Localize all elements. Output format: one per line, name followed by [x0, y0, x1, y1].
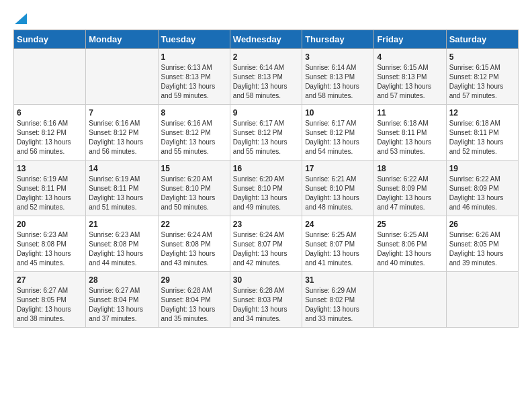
day-number: 8	[161, 108, 227, 118]
day-info: Sunrise: 6:24 AM Sunset: 8:07 PM Dayligh…	[233, 230, 299, 268]
calendar-cell: 18Sunrise: 6:22 AM Sunset: 8:09 PM Dayli…	[374, 161, 446, 216]
day-info: Sunrise: 6:14 AM Sunset: 8:13 PM Dayligh…	[305, 63, 371, 101]
header-row: SundayMondayTuesdayWednesdayThursdayFrid…	[14, 30, 519, 49]
page-header	[13, 13, 519, 23]
day-number: 6	[17, 108, 83, 118]
calendar-cell: 5Sunrise: 6:15 AM Sunset: 8:12 PM Daylig…	[446, 49, 518, 105]
calendar-cell: 14Sunrise: 6:19 AM Sunset: 8:11 PM Dayli…	[86, 161, 158, 216]
day-info: Sunrise: 6:20 AM Sunset: 8:10 PM Dayligh…	[161, 175, 227, 212]
calendar-cell: 21Sunrise: 6:23 AM Sunset: 8:08 PM Dayli…	[86, 216, 158, 272]
week-row-3: 13Sunrise: 6:19 AM Sunset: 8:11 PM Dayli…	[14, 161, 519, 216]
calendar-cell: 16Sunrise: 6:20 AM Sunset: 8:10 PM Dayli…	[230, 161, 302, 216]
week-row-4: 20Sunrise: 6:23 AM Sunset: 8:08 PM Dayli…	[14, 216, 519, 272]
day-info: Sunrise: 6:17 AM Sunset: 8:12 PM Dayligh…	[305, 119, 371, 156]
calendar-cell: 1Sunrise: 6:13 AM Sunset: 8:13 PM Daylig…	[158, 49, 230, 105]
calendar-cell	[14, 49, 86, 105]
day-number: 19	[449, 164, 515, 173]
day-number: 7	[89, 108, 154, 118]
day-info: Sunrise: 6:26 AM Sunset: 8:05 PM Dayligh…	[449, 230, 515, 268]
calendar-cell: 19Sunrise: 6:22 AM Sunset: 8:09 PM Dayli…	[446, 161, 518, 216]
day-number: 15	[161, 164, 227, 173]
day-info: Sunrise: 6:25 AM Sunset: 8:07 PM Dayligh…	[305, 230, 371, 268]
calendar-cell: 12Sunrise: 6:18 AM Sunset: 8:11 PM Dayli…	[446, 105, 518, 161]
calendar-cell	[86, 49, 158, 105]
day-info: Sunrise: 6:18 AM Sunset: 8:11 PM Dayligh…	[377, 119, 443, 156]
calendar-cell: 31Sunrise: 6:29 AM Sunset: 8:02 PM Dayli…	[302, 272, 374, 328]
logo-icon	[15, 13, 27, 24]
day-number: 21	[89, 220, 154, 229]
day-info: Sunrise: 6:28 AM Sunset: 8:04 PM Dayligh…	[161, 286, 227, 324]
calendar-cell	[374, 272, 446, 328]
day-number: 24	[305, 220, 371, 229]
day-number: 9	[233, 108, 299, 118]
day-info: Sunrise: 6:24 AM Sunset: 8:08 PM Dayligh…	[161, 230, 227, 268]
week-row-5: 27Sunrise: 6:27 AM Sunset: 8:05 PM Dayli…	[14, 272, 519, 328]
svg-marker-0	[15, 13, 27, 24]
header-sunday: Sunday	[14, 30, 86, 49]
calendar-cell: 10Sunrise: 6:17 AM Sunset: 8:12 PM Dayli…	[302, 105, 374, 161]
day-number: 28	[89, 275, 154, 285]
day-number: 10	[305, 108, 371, 118]
header-thursday: Thursday	[302, 30, 374, 49]
day-info: Sunrise: 6:20 AM Sunset: 8:10 PM Dayligh…	[233, 175, 299, 212]
header-friday: Friday	[374, 30, 446, 49]
calendar-cell: 29Sunrise: 6:28 AM Sunset: 8:04 PM Dayli…	[158, 272, 230, 328]
day-number: 20	[17, 220, 83, 229]
week-row-2: 6Sunrise: 6:16 AM Sunset: 8:12 PM Daylig…	[14, 105, 519, 161]
day-number: 3	[305, 52, 371, 62]
day-info: Sunrise: 6:22 AM Sunset: 8:09 PM Dayligh…	[449, 175, 515, 212]
day-number: 17	[305, 164, 371, 173]
day-info: Sunrise: 6:15 AM Sunset: 8:12 PM Dayligh…	[449, 63, 515, 101]
header-saturday: Saturday	[446, 30, 518, 49]
calendar-table: SundayMondayTuesdayWednesdayThursdayFrid…	[13, 30, 519, 328]
day-number: 18	[377, 164, 443, 173]
day-number: 12	[449, 108, 515, 118]
calendar-cell: 26Sunrise: 6:26 AM Sunset: 8:05 PM Dayli…	[446, 216, 518, 272]
day-number: 25	[377, 220, 443, 229]
calendar-cell: 25Sunrise: 6:25 AM Sunset: 8:06 PM Dayli…	[374, 216, 446, 272]
day-number: 22	[161, 220, 227, 229]
day-number: 23	[233, 220, 299, 229]
day-number: 26	[449, 220, 515, 229]
calendar-body: 1Sunrise: 6:13 AM Sunset: 8:13 PM Daylig…	[14, 49, 519, 328]
day-number: 27	[17, 275, 83, 285]
day-number: 14	[89, 164, 154, 173]
calendar-cell: 9Sunrise: 6:17 AM Sunset: 8:12 PM Daylig…	[230, 105, 302, 161]
calendar-cell	[446, 272, 518, 328]
day-number: 5	[449, 52, 515, 62]
calendar-cell: 23Sunrise: 6:24 AM Sunset: 8:07 PM Dayli…	[230, 216, 302, 272]
calendar-cell: 17Sunrise: 6:21 AM Sunset: 8:10 PM Dayli…	[302, 161, 374, 216]
header-wednesday: Wednesday	[230, 30, 302, 49]
day-info: Sunrise: 6:28 AM Sunset: 8:03 PM Dayligh…	[233, 286, 299, 324]
calendar-cell: 8Sunrise: 6:16 AM Sunset: 8:12 PM Daylig…	[158, 105, 230, 161]
day-number: 31	[305, 275, 371, 285]
day-info: Sunrise: 6:19 AM Sunset: 8:11 PM Dayligh…	[89, 175, 154, 212]
day-info: Sunrise: 6:21 AM Sunset: 8:10 PM Dayligh…	[305, 175, 371, 212]
day-number: 16	[233, 164, 299, 173]
day-number: 1	[161, 52, 227, 62]
day-number: 4	[377, 52, 443, 62]
day-info: Sunrise: 6:18 AM Sunset: 8:11 PM Dayligh…	[449, 119, 515, 156]
calendar-cell: 11Sunrise: 6:18 AM Sunset: 8:11 PM Dayli…	[374, 105, 446, 161]
day-info: Sunrise: 6:29 AM Sunset: 8:02 PM Dayligh…	[305, 286, 371, 324]
day-info: Sunrise: 6:19 AM Sunset: 8:11 PM Dayligh…	[17, 175, 83, 212]
calendar-cell: 15Sunrise: 6:20 AM Sunset: 8:10 PM Dayli…	[158, 161, 230, 216]
day-info: Sunrise: 6:16 AM Sunset: 8:12 PM Dayligh…	[161, 119, 227, 156]
day-info: Sunrise: 6:22 AM Sunset: 8:09 PM Dayligh…	[377, 175, 443, 212]
day-info: Sunrise: 6:27 AM Sunset: 8:05 PM Dayligh…	[17, 286, 83, 324]
day-number: 29	[161, 275, 227, 285]
day-info: Sunrise: 6:15 AM Sunset: 8:13 PM Dayligh…	[377, 63, 443, 101]
day-info: Sunrise: 6:17 AM Sunset: 8:12 PM Dayligh…	[233, 119, 299, 156]
day-info: Sunrise: 6:23 AM Sunset: 8:08 PM Dayligh…	[89, 230, 154, 268]
calendar-cell: 3Sunrise: 6:14 AM Sunset: 8:13 PM Daylig…	[302, 49, 374, 105]
day-info: Sunrise: 6:25 AM Sunset: 8:06 PM Dayligh…	[377, 230, 443, 268]
calendar-cell: 22Sunrise: 6:24 AM Sunset: 8:08 PM Dayli…	[158, 216, 230, 272]
day-info: Sunrise: 6:23 AM Sunset: 8:08 PM Dayligh…	[17, 230, 83, 268]
header-tuesday: Tuesday	[158, 30, 230, 49]
calendar-cell: 13Sunrise: 6:19 AM Sunset: 8:11 PM Dayli…	[14, 161, 86, 216]
calendar-cell: 28Sunrise: 6:27 AM Sunset: 8:04 PM Dayli…	[86, 272, 158, 328]
day-info: Sunrise: 6:16 AM Sunset: 8:12 PM Dayligh…	[17, 119, 83, 156]
day-number: 2	[233, 52, 299, 62]
calendar-header: SundayMondayTuesdayWednesdayThursdayFrid…	[14, 30, 519, 49]
calendar-cell: 20Sunrise: 6:23 AM Sunset: 8:08 PM Dayli…	[14, 216, 86, 272]
